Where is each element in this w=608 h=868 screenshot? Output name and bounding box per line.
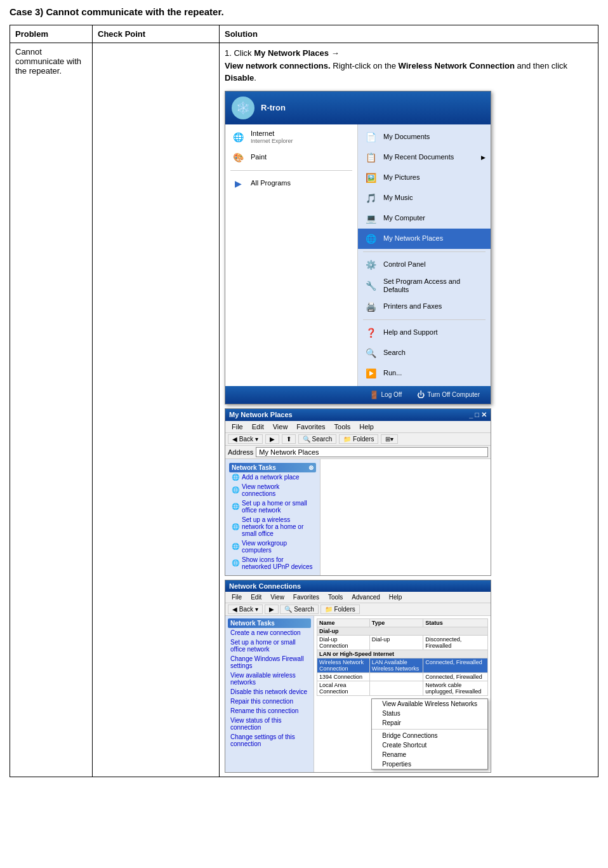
nc-menu-favorites[interactable]: Favorites: [289, 593, 323, 601]
sm-search[interactable]: 🔍 Search: [358, 343, 491, 363]
turnoff-button[interactable]: ⏻ Turn Off Computer: [413, 389, 484, 401]
user-avatar: ❄️: [232, 97, 254, 119]
ctx-bridge[interactable]: Bridge Connections: [372, 731, 487, 740]
menu-view[interactable]: View: [269, 422, 292, 431]
startmenu-footer: 🚪 Log Off ⏻ Turn Off Computer: [225, 386, 491, 404]
nc-forward-button[interactable]: ▶: [265, 604, 279, 614]
solution-description: 1. Click My Network Places → View networ…: [225, 47, 593, 84]
sm-run[interactable]: ▶️ Run...: [358, 363, 491, 384]
sidebar-setup-wireless[interactable]: 🌐Set up a wireless network for a home or…: [229, 515, 316, 538]
network-tasks-label: Network Tasks: [232, 464, 276, 471]
internet-sublabel: Internet Explorer: [251, 138, 293, 144]
ctx-shortcut[interactable]: Create Shortcut: [372, 740, 487, 750]
lan-name: Local Area Connection: [317, 681, 370, 695]
sm-allprograms[interactable]: ▶ All Programs: [225, 173, 357, 194]
nc-wireless[interactable]: View available wireless networks: [228, 671, 311, 687]
workgroup-icon: 🌐: [232, 543, 239, 550]
sm-mypictures[interactable]: 🖼️ My Pictures: [358, 168, 491, 188]
sm-controlpanel[interactable]: ⚙️ Control Panel: [358, 255, 491, 275]
solution-text-1: 1. Click: [225, 48, 254, 58]
menu-favorites[interactable]: Favorites: [293, 422, 329, 431]
nc-search-button[interactable]: 🔍 Search: [280, 604, 318, 614]
sm-mycomputer[interactable]: 💻 My Computer: [358, 208, 491, 229]
networkconnections-window: Network Connections File Edit View Favor…: [225, 580, 491, 773]
ctx-properties[interactable]: Properties: [372, 759, 487, 769]
sidebar-add-network[interactable]: 🌐Add a network place: [229, 472, 316, 482]
sm-mymusic[interactable]: 🎵 My Music: [358, 188, 491, 208]
ctx-view-wireless[interactable]: View Available Wireless Networks: [372, 699, 487, 709]
run-label: Run...: [383, 369, 402, 377]
logoff-icon: 🚪: [369, 391, 379, 399]
menu-help[interactable]: Help: [355, 422, 378, 431]
menu-tools[interactable]: Tools: [331, 422, 355, 431]
myrecentdocs-label: My Recent Documents: [383, 153, 454, 161]
nc-menu-help[interactable]: Help: [385, 593, 406, 601]
dialup-status: Disconnected, Firewalled: [423, 635, 488, 650]
nc-create-connection[interactable]: Create a new connection: [228, 628, 311, 638]
logoff-button[interactable]: 🚪 Log Off: [365, 389, 407, 401]
nc-repair[interactable]: Repair this connection: [228, 697, 311, 706]
sm-mynetworkplaces[interactable]: 🌐 My Network Places: [358, 229, 491, 249]
lan-type: [369, 681, 423, 695]
nc-menu-view[interactable]: View: [267, 593, 288, 601]
sidebar-setup-home[interactable]: 🌐Set up a home or small office network: [229, 498, 316, 515]
folders-button[interactable]: 📁 Folders: [339, 434, 378, 444]
search-label: Search: [383, 349, 406, 357]
nc-folders-button[interactable]: 📁 Folders: [321, 604, 360, 614]
menu-edit[interactable]: Edit: [248, 422, 268, 431]
nc-rename[interactable]: Rename this connection: [228, 706, 311, 716]
menu-file[interactable]: File: [228, 422, 247, 431]
solution-bold-3: Wireless Network Connection: [399, 61, 515, 70]
nc-setup-home[interactable]: Set up a home or small office network: [228, 638, 311, 654]
sm-divider-right2: [363, 319, 486, 320]
nc-settings[interactable]: Change settings of this connection: [228, 732, 311, 749]
explorer-addressbar: Address: [225, 446, 491, 459]
sm-helpsupport[interactable]: ❓ Help and Support: [358, 323, 491, 343]
startmenu-left-panel: 🌐 Internet Internet Explorer 🎨 Pai: [225, 124, 358, 386]
search-toolbar-button[interactable]: 🔍 Search: [298, 434, 336, 444]
lan-group: LAN or High-Speed Internet: [317, 650, 488, 658]
conn-1394-type: [369, 672, 423, 681]
solution-text-2: Right-click on the: [331, 61, 399, 70]
views-button[interactable]: ⊞▾: [381, 434, 398, 444]
internet-icon: 🌐: [230, 130, 246, 145]
nc-disable[interactable]: Disable this network device: [228, 687, 311, 697]
sm-setprograms[interactable]: 🔧 Set Program Access and Defaults: [358, 275, 491, 297]
printers-label: Printers and Faxes: [383, 302, 442, 310]
nc-menu-file[interactable]: File: [228, 593, 246, 601]
nc-tasks-label: Network Tasks: [230, 620, 275, 627]
run-icon: ▶️: [363, 366, 378, 381]
startmenu-body: 🌐 Internet Internet Explorer 🎨 Pai: [225, 124, 491, 386]
up-button[interactable]: ⬆: [282, 434, 296, 444]
collapse-icon[interactable]: ⊗: [308, 464, 314, 471]
nc-firewall[interactable]: Change Windows Firewall settings: [228, 654, 311, 671]
dialup-row: Dial-up Connection Dial-up Disconnected,…: [317, 635, 488, 650]
nc-menu-advanced[interactable]: Advanced: [348, 593, 383, 601]
address-label: Address: [228, 448, 253, 456]
sm-printers[interactable]: 🖨️ Printers and Faxes: [358, 297, 491, 317]
sidebar-workgroup[interactable]: 🌐View workgroup computers: [229, 538, 316, 555]
netconn-menubar: File Edit View Favorites Tools Advanced …: [225, 592, 491, 603]
sidebar-upnp[interactable]: 🌐Show icons for networked UPnP devices: [229, 555, 316, 571]
cell-checkpoint: [93, 43, 220, 777]
header-checkpoint: Check Point: [93, 25, 220, 43]
ctx-status[interactable]: Status: [372, 709, 487, 718]
sm-paint[interactable]: 🎨 Paint: [225, 147, 357, 168]
allprograms-icon: ▶: [230, 176, 246, 191]
forward-button[interactable]: ▶: [265, 434, 279, 444]
sm-myrecentdocs[interactable]: 📋 My Recent Documents ▶: [358, 147, 491, 168]
problem-text: Cannot communicate with the repeater.: [15, 47, 81, 76]
username: R-tron: [261, 103, 286, 112]
address-input[interactable]: [256, 447, 488, 457]
wireless-row[interactable]: Wireless Network Connection LAN Availabl…: [317, 658, 488, 672]
sidebar-view-connections[interactable]: 🌐View network connections: [229, 482, 316, 498]
nc-back-button[interactable]: ◀ Back ▾: [228, 604, 263, 614]
nc-status[interactable]: View status of this connection: [228, 716, 311, 732]
ctx-rename[interactable]: Rename: [372, 750, 487, 759]
ctx-repair[interactable]: Repair: [372, 718, 487, 728]
nc-menu-edit[interactable]: Edit: [247, 593, 265, 601]
sm-mydocuments[interactable]: 📄 My Documents: [358, 127, 491, 147]
back-button[interactable]: ◀ Back ▾: [228, 434, 263, 444]
nc-menu-tools[interactable]: Tools: [324, 593, 347, 601]
sm-internet[interactable]: 🌐 Internet Internet Explorer: [225, 127, 357, 147]
